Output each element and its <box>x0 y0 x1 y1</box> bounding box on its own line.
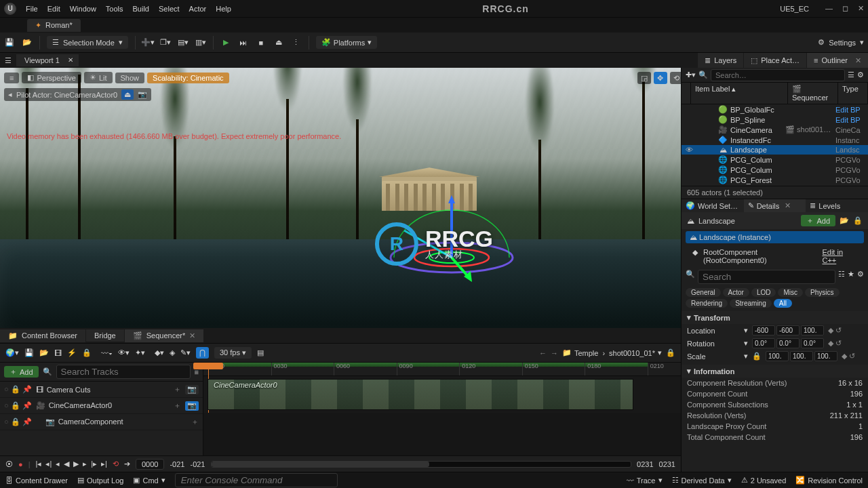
add-component-button[interactable]: ＋Add <box>801 215 835 226</box>
rotation-revert[interactable]: ↺ <box>835 339 842 348</box>
scale-y[interactable] <box>790 351 813 361</box>
tab-details[interactable]: ✎Details✕ <box>744 199 806 212</box>
viewport-tab[interactable]: Viewport 1 ✕ <box>16 54 79 66</box>
details-lock-button[interactable]: 🔒 <box>853 216 863 225</box>
location-revert[interactable]: ↺ <box>835 326 842 335</box>
play-forward[interactable]: ▶ <box>73 460 79 468</box>
outliner-row[interactable]: 🔷InstancedFcInstanc <box>682 135 868 145</box>
actor-type[interactable]: Edit BP <box>835 106 865 114</box>
pilot-eject-button[interactable]: ⏏ <box>121 89 134 100</box>
track-add[interactable]: ＋ <box>174 384 181 394</box>
selection-mode-dropdown[interactable]: ☰ Selection Mode ▾ <box>47 36 128 49</box>
outliner-row[interactable]: 🌐PCG_ForestPCGVo <box>682 175 868 185</box>
menu-actor[interactable]: Actor <box>189 5 207 13</box>
settings-dropdown[interactable]: ⚙ Settings ▾ <box>818 38 864 47</box>
seq-curve-button[interactable]: 〰▾ <box>101 349 113 357</box>
transform-section[interactable]: ▾Transform <box>682 311 868 324</box>
location-x[interactable] <box>752 325 775 336</box>
actor-type[interactable]: Edit BP <box>835 116 865 124</box>
tab-outliner-close[interactable]: ✕ <box>855 56 861 65</box>
filter-chip-streaming[interactable]: Streaming <box>730 299 772 308</box>
outliner-new-folder[interactable]: ✚▾ <box>686 70 696 79</box>
filter-chip-lod[interactable]: LOD <box>751 288 776 297</box>
vp-select-mode[interactable]: ◲ <box>637 72 651 84</box>
tab-sequencer[interactable]: 🎬Sequencer*✕ <box>125 329 204 342</box>
add-content-button[interactable]: ➕▾ <box>142 37 153 48</box>
seq-visibility-button[interactable]: 👁▾ <box>118 348 130 357</box>
seq-save-button[interactable]: 💾 <box>24 348 34 357</box>
pilot-camera-icon[interactable]: 📷 <box>138 90 147 99</box>
viewport-menu-chip[interactable]: ≡ <box>4 73 19 83</box>
step-forward[interactable]: ▸ <box>83 460 87 468</box>
tab-bridge[interactable]: Bridge <box>86 329 124 342</box>
filter-chip-misc[interactable]: Misc <box>778 288 803 297</box>
viewport-scalability[interactable]: Scalability: Cinematic <box>147 73 229 83</box>
menu-edit[interactable]: Edit <box>47 5 60 13</box>
step-back[interactable]: ◂ <box>56 460 60 468</box>
seq-snap-button[interactable]: ✦▾ <box>135 348 145 357</box>
rotation-y[interactable] <box>776 338 800 348</box>
menu-help[interactable]: Help <box>216 5 231 13</box>
track-lock[interactable]: 🔒 <box>11 385 20 394</box>
track-mute[interactable]: ○ <box>4 385 9 394</box>
track-mute[interactable]: ○ <box>4 418 9 426</box>
scrub-bar[interactable] <box>211 461 632 468</box>
track-mute[interactable]: ○ <box>4 401 9 410</box>
edit-cpp-link[interactable]: Edit in C++ <box>822 248 857 264</box>
outliner-row[interactable]: 🟢BP_GlobalFcEdit BP <box>682 104 868 115</box>
scale-lock-icon[interactable]: 🔒 <box>752 352 762 361</box>
pilot-prev-button[interactable]: ◂ <box>8 90 12 99</box>
menu-select[interactable]: Select <box>159 5 180 13</box>
col-sequencer[interactable]: 🎬 Sequencer <box>788 83 838 104</box>
bc-folder[interactable]: 📁Temple <box>562 348 598 357</box>
outliner-filter-button[interactable]: ☰ <box>848 70 854 79</box>
track-lock[interactable]: 🔒 <box>11 401 20 410</box>
filter-chip-rendering[interactable]: Rendering <box>686 299 728 308</box>
step-forward-keyframe[interactable]: |▸ <box>91 460 97 468</box>
filter-chip-general[interactable]: General <box>686 288 721 297</box>
outliner-row[interactable]: 🎥CineCamera🎬 shot0010_01CineCa <box>682 125 868 135</box>
eject-button[interactable]: ⏏ <box>273 37 284 48</box>
rotation-dropdown[interactable]: ▾ <box>744 339 748 348</box>
details-settings[interactable]: ⚙ <box>857 270 864 284</box>
goto-start[interactable]: |◂ <box>36 460 42 468</box>
location-z[interactable] <box>801 325 824 336</box>
close-button[interactable]: ✕ <box>858 4 864 13</box>
tab-layers[interactable]: ≣ Layers <box>698 53 743 68</box>
content-drawer-button[interactable]: 🗄Content Drawer <box>5 476 68 485</box>
seq-snap-toggle[interactable]: ⋂ <box>196 347 209 359</box>
maximize-button[interactable]: ◻ <box>842 4 848 13</box>
seq-lock-button[interactable]: 🔒 <box>82 348 92 357</box>
transport-options[interactable]: ⦿ <box>5 460 13 468</box>
scale-z[interactable] <box>814 351 837 361</box>
track-pin[interactable]: 📌 <box>22 401 32 410</box>
tab-levels[interactable]: ≣Levels <box>806 199 868 212</box>
outliner-row[interactable]: 🌐PCG_ColumPCGVo <box>682 165 868 175</box>
bc-back[interactable]: ← <box>539 349 547 357</box>
outliner-settings-button[interactable]: ⚙ <box>857 70 864 79</box>
play-options-button[interactable]: ⋮ <box>291 37 302 48</box>
details-view-options[interactable]: ☷ <box>838 270 845 284</box>
col-item-label[interactable]: Item Label ▴ <box>691 83 788 104</box>
bc-forward[interactable]: → <box>551 349 558 357</box>
output-log-button[interactable]: ▤Output Log <box>77 476 123 485</box>
viewport-show[interactable]: Show <box>115 73 145 83</box>
stop-button[interactable]: ■ <box>256 37 267 48</box>
cmd-dropdown[interactable]: ▣Cmd ▾ <box>133 476 165 485</box>
rotation-x[interactable] <box>752 338 775 348</box>
time-ruler[interactable]: 00000030006000900120015001800210 <box>203 363 681 376</box>
loop-section-button[interactable]: ⟲ <box>113 460 119 468</box>
viewport-perspective[interactable]: ◧ Perspective <box>22 72 81 83</box>
scale-revert[interactable]: ↺ <box>849 352 855 361</box>
seq-colorbars-button[interactable]: ▤ <box>257 348 264 357</box>
browse-button[interactable]: 📂 <box>22 37 33 48</box>
col-type[interactable]: Type <box>838 83 868 104</box>
seq-edit-button[interactable]: ✎▾ <box>180 348 191 357</box>
track-row[interactable]: ○🔒📌🎞Camera Cuts＋📷 <box>0 382 203 398</box>
step-back-keyframe[interactable]: ◂| <box>45 460 52 468</box>
scale-reset[interactable]: ◆ <box>842 352 847 361</box>
tab-outliner[interactable]: ≡ Outliner ✕ <box>807 53 868 68</box>
bc-lock-icon[interactable]: 🔒 <box>666 348 675 357</box>
play-button[interactable]: ▶ <box>220 37 231 48</box>
marketplace-button[interactable]: ❐▾ <box>160 37 171 48</box>
